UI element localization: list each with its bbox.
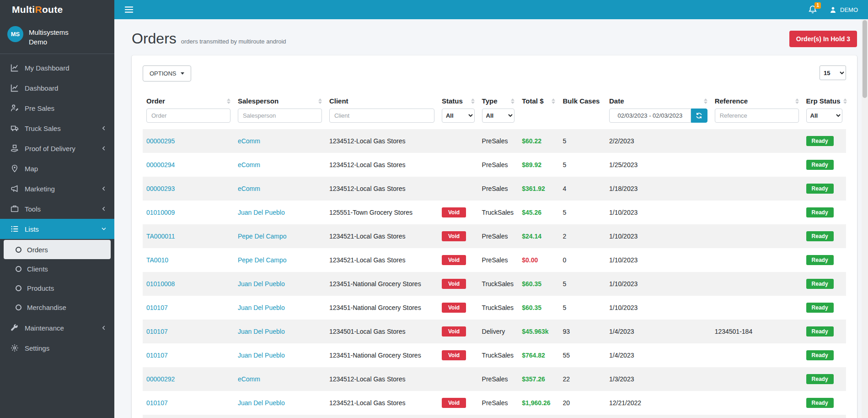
order-link[interactable]: 00000294	[146, 161, 175, 168]
sidebar-item-merchandise[interactable]: Merchandise	[4, 298, 111, 317]
client-name: 1234501-Local Gas Stores	[329, 328, 406, 335]
erp-status-cell: Ready	[803, 177, 846, 201]
erp-status-filter-select[interactable]: All	[806, 109, 842, 123]
sidebar-item-maintenance[interactable]: Maintenance	[0, 318, 114, 338]
table-row: 00000292eComm1234512-Local Gas StoresPre…	[143, 367, 846, 391]
salesperson-link[interactable]: Juan Del Pueblo	[238, 328, 285, 335]
page-size-select[interactable]: 15	[820, 65, 846, 80]
brand-logo[interactable]: MultiRoute	[0, 0, 114, 19]
column-header-type[interactable]: Type	[482, 97, 498, 105]
sidebar-user-name[interactable]: Multisystems Demo	[29, 26, 88, 47]
order-link[interactable]: 00000295	[146, 137, 175, 145]
column-header-client[interactable]: Client	[329, 97, 348, 105]
column-header-date[interactable]: Date	[609, 97, 624, 105]
void-badge: Void	[442, 303, 466, 313]
table-row: 00000295eComm1234512-Local Gas StoresPre…	[143, 129, 846, 153]
user-menu[interactable]: DEMO	[829, 6, 858, 14]
table-row: 01010009Juan Del Pueblo125551-Town Groce…	[143, 201, 846, 224]
date-range-input[interactable]	[609, 109, 691, 123]
salesperson-link[interactable]: eComm	[238, 185, 260, 192]
column-header-salesperson[interactable]: Salesperson	[238, 97, 279, 105]
sort-icon[interactable]	[471, 98, 475, 104]
type-cell: TruckSales	[478, 201, 519, 224]
bulk-cases-cell: 5	[559, 129, 605, 153]
order-link[interactable]: 010107	[146, 352, 168, 359]
salesperson-cell: eComm	[234, 367, 326, 391]
salesperson-link[interactable]: Pepe Del Campo	[238, 256, 287, 264]
refresh-button[interactable]	[691, 109, 707, 123]
sidebar-item-clients[interactable]: Clients	[4, 259, 111, 278]
bulk-cases-cell: 5	[559, 201, 605, 224]
sidebar-item-proof-of-delivery[interactable]: Proof of Delivery	[0, 138, 114, 158]
sort-icon[interactable]	[511, 98, 514, 104]
erp-status-cell: Ready	[803, 153, 846, 177]
order-date: 1/3/2023	[609, 375, 634, 383]
orders-in-hold-button[interactable]: Order(s) In Hold 3	[789, 31, 857, 47]
column-header-erp-status[interactable]: Erp Status	[806, 97, 841, 105]
order-link[interactable]: 010107	[146, 328, 168, 335]
order-link[interactable]: TA000011	[146, 233, 175, 240]
status-filter-select[interactable]: All	[442, 109, 475, 123]
sort-icon[interactable]	[704, 98, 707, 104]
order-filter-input[interactable]	[146, 109, 230, 123]
notifications-button[interactable]: 1	[808, 5, 817, 14]
sidebar-item-dashboard[interactable]: Dashboard	[0, 78, 114, 98]
sort-icon[interactable]	[795, 98, 799, 104]
date-cell: 11/30/2022	[605, 415, 711, 418]
column-header-bulk-cases[interactable]: Bulk Cases	[563, 97, 600, 105]
sidebar-item-settings[interactable]: Settings	[0, 338, 114, 358]
sort-icon[interactable]	[843, 98, 847, 104]
chevron-left-icon	[101, 145, 107, 152]
erp-status-cell: Ready	[803, 367, 846, 391]
order-link[interactable]: 01010008	[146, 280, 175, 288]
sidebar-item-label: Merchandise	[27, 304, 66, 311]
sidebar-item-my-dashboard[interactable]: My Dashboard	[0, 58, 114, 78]
table-row: 00000294eComm1234512-Local Gas StoresPre…	[143, 153, 846, 177]
order-link[interactable]: TA0010	[146, 256, 168, 264]
column-header-total[interactable]: Total $	[522, 97, 543, 105]
type-cell: PreSales	[478, 153, 519, 177]
bulk-cases-value: 5	[563, 304, 566, 311]
sort-icon[interactable]	[552, 98, 555, 104]
sidebar-item-tools[interactable]: Tools	[0, 199, 114, 219]
scrollbar[interactable]	[862, 19, 868, 418]
salesperson-link[interactable]: eComm	[238, 137, 260, 145]
sidebar-item-truck-sales[interactable]: Truck Sales	[0, 118, 114, 138]
sidebar-item-map[interactable]: Map	[0, 158, 114, 179]
order-link[interactable]: 010107	[146, 304, 168, 311]
order-cell: TA000011	[143, 224, 234, 248]
sidebar-item-marketing[interactable]: Marketing	[0, 179, 114, 199]
salesperson-link[interactable]: Juan Del Pueblo	[238, 352, 285, 359]
menu-toggle-icon[interactable]	[124, 6, 134, 13]
scrollbar-thumb[interactable]	[863, 20, 867, 98]
salesperson-link[interactable]: Juan Del Pueblo	[238, 280, 285, 288]
order-link[interactable]: 01010009	[146, 209, 175, 216]
order-link[interactable]: 00000293	[146, 185, 175, 192]
salesperson-link[interactable]: Juan Del Pueblo	[238, 209, 285, 216]
salesperson-link[interactable]: Pepe Del Campo	[238, 233, 287, 240]
sidebar-item-lists[interactable]: Lists	[0, 219, 114, 239]
salesperson-filter-input[interactable]	[238, 109, 322, 123]
sidebar-item-pre-sales[interactable]: Pre Sales	[0, 98, 114, 118]
sort-icon[interactable]	[318, 98, 322, 104]
order-link[interactable]: 010107	[146, 399, 168, 407]
sort-icon[interactable]	[227, 98, 230, 104]
sidebar-item-products[interactable]: Products	[4, 278, 111, 298]
type-filter-select[interactable]: All	[482, 109, 515, 123]
column-header-status[interactable]: Status	[442, 97, 463, 105]
order-link[interactable]: 00000292	[146, 375, 175, 383]
reference-filter-input[interactable]	[715, 109, 799, 123]
column-header-order[interactable]: Order	[146, 97, 165, 105]
salesperson-link[interactable]: Juan Del Pueblo	[238, 399, 285, 407]
salesperson-link[interactable]: eComm	[238, 375, 260, 383]
salesperson-link[interactable]: Juan Del Pueblo	[238, 304, 285, 311]
salesperson-link[interactable]: eComm	[238, 161, 260, 168]
client-filter-input[interactable]	[329, 109, 434, 123]
sidebar-item-orders[interactable]: Orders	[4, 240, 111, 259]
ready-badge: Ready	[806, 207, 834, 217]
order-cell: 010107	[143, 296, 234, 320]
column-header-reference[interactable]: Reference	[715, 97, 748, 105]
ready-badge: Ready	[806, 303, 834, 313]
type-cell: PreSales	[478, 415, 519, 418]
options-button[interactable]: OPTIONS	[143, 65, 191, 81]
